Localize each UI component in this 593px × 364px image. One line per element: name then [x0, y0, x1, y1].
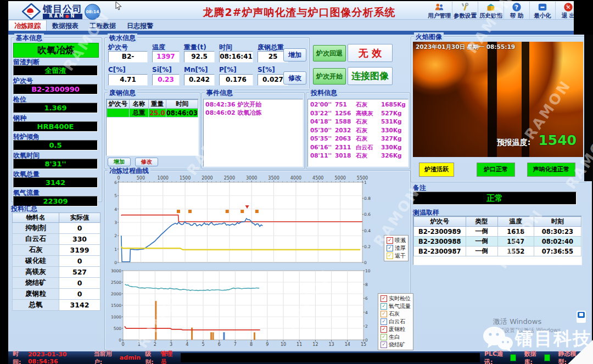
- legend-item: ✓返干: [387, 252, 406, 260]
- legend-checkbox[interactable]: ✓: [381, 326, 387, 333]
- legend-checkbox[interactable]: ✓: [381, 334, 387, 340]
- hot-metal-field: 重量(t)92.5: [184, 43, 215, 63]
- user-label: 当前用户:: [94, 350, 117, 364]
- feeding-title: 投料信息: [309, 88, 339, 98]
- field-value[interactable]: 0.242: [184, 74, 215, 86]
- legend-item: ✓喷溅: [387, 237, 406, 244]
- feeding-item: 03'22''1256高镁灰527Kg: [308, 109, 408, 118]
- tab-2[interactable]: 工程数据: [84, 20, 121, 31]
- svg-text:0: 0: [121, 342, 124, 347]
- toolbar-history-button[interactable]: 历史数据: [478, 2, 504, 19]
- field-value[interactable]: B2-2300989: [108, 51, 148, 63]
- basic-field: 转炉倾角0.5: [13, 132, 98, 150]
- table-row[interactable]: B2-2300988一倒154708:02:40: [414, 237, 581, 247]
- svg-text:1000: 1000: [111, 315, 121, 320]
- svg-text:0: 0: [364, 260, 367, 265]
- scrap-add-button[interactable]: 增加: [108, 158, 131, 166]
- legend-checkbox[interactable]: ✓: [387, 237, 393, 244]
- table-row[interactable]: 碳化硅0: [13, 256, 100, 267]
- table-row[interactable]: 烧结矿0: [13, 278, 100, 289]
- plc-status-indicator: [510, 354, 517, 361]
- svg-text:7: 7: [234, 342, 237, 347]
- basic-field: 吹氧时间8'31'': [13, 151, 98, 169]
- field-value[interactable]: 0.23: [152, 74, 180, 86]
- level-label: 级别:: [145, 350, 158, 364]
- heat-start-button[interactable]: 炉次开始: [313, 68, 346, 85]
- slag-active-status-button[interactable]: 炉渣活跃: [419, 163, 454, 177]
- field-value[interactable]: 4.71: [108, 74, 148, 86]
- tab-1[interactable]: 数据报表: [47, 20, 84, 31]
- table-row[interactable]: 石灰3199: [13, 245, 100, 256]
- svg-text:3500: 3500: [268, 176, 279, 181]
- table-row[interactable]: 总氧3142: [13, 300, 100, 311]
- svg-text:15: 15: [361, 342, 366, 347]
- blowing-state-banner: 吹氧冶炼: [13, 43, 99, 58]
- mouth-normal-status-button[interactable]: 炉口正常: [477, 163, 515, 177]
- table-row[interactable]: 抑制剂0: [13, 223, 100, 234]
- field-value[interactable]: 08:16:41: [219, 51, 253, 63]
- table-row[interactable]: B2-2300987一倒155207:36:55: [414, 247, 581, 256]
- feed-col-header: 实际值: [59, 213, 100, 223]
- hot-metal-modify-button[interactable]: 修改: [283, 71, 306, 85]
- level-value: 管理员: [160, 350, 176, 364]
- feed-value-cell: 3199: [59, 245, 100, 256]
- feed-value-cell: 330: [59, 234, 100, 245]
- teamviewer-icon[interactable]: [577, 311, 586, 323]
- feed-value-cell: 0: [59, 256, 100, 267]
- legend-checkbox[interactable]: ✓: [387, 245, 393, 251]
- table-row[interactable]: B2-2300989一倒161808:30:23: [414, 227, 581, 237]
- field-value: 0.5: [13, 140, 98, 150]
- tab-3[interactable]: 日志报警: [121, 20, 159, 31]
- hot-metal-title: 铁水信息: [108, 33, 137, 43]
- legend-item: ✓废钢粒: [381, 326, 411, 333]
- feed-name-cell: 石灰: [13, 245, 59, 256]
- hot-metal-row1: 炉次号B2-2300989温度1397重量(t)92.5时间08:16:41废钢…: [108, 43, 288, 63]
- sonar-normal-status-button[interactable]: 声呐化渣正常: [527, 163, 575, 177]
- table-row[interactable]: 废钢粒0: [13, 289, 100, 300]
- svg-text:0: 0: [119, 338, 121, 343]
- svg-text:14: 14: [345, 342, 350, 347]
- tab-0[interactable]: 冶炼跟踪: [8, 20, 47, 31]
- svg-text:0.4: 0.4: [364, 228, 371, 233]
- edge-patch-top-right: [574, 0, 593, 35]
- field-label: 钢种: [13, 114, 98, 121]
- table-row[interactable]: 高镁灰527: [13, 267, 100, 278]
- svg-text:0: 0: [114, 260, 117, 265]
- connect-image-button[interactable]: 连接图像: [348, 67, 393, 85]
- table-row[interactable]: 白云石330: [13, 234, 100, 245]
- field-value[interactable]: 92.5: [184, 51, 215, 63]
- remark-value: 正常: [413, 192, 577, 205]
- flame-image: 2023年01月30日 星期一 08:55:19 预报温度: 1540: [413, 42, 583, 157]
- toolbar-wrench-button[interactable]: 参数设置: [452, 2, 478, 19]
- svg-text:1: 1: [138, 342, 141, 347]
- legend-checkbox[interactable]: ✓: [381, 303, 387, 310]
- field-value[interactable]: 1397: [152, 51, 180, 63]
- field-label: P[%]: [219, 66, 253, 74]
- sampling-cell: 一倒: [466, 227, 497, 237]
- separator-strip: [8, 31, 592, 35]
- legend-checkbox[interactable]: ✓: [381, 295, 387, 302]
- svg-text:0: 0: [365, 338, 368, 343]
- hot-metal-add-button[interactable]: 增加: [283, 48, 306, 61]
- legend-label: 喷溅: [395, 237, 406, 244]
- scrap-modify-button[interactable]: 修改: [135, 158, 158, 166]
- time-value: 2023-01-30 08:54:36: [28, 351, 89, 364]
- heat-rollback-button[interactable]: 炉次回退: [313, 45, 346, 61]
- feed-value-cell: 527: [59, 267, 100, 278]
- field-value[interactable]: 0.176: [219, 74, 253, 86]
- chart-top-legend: ✓喷溅✓渣厚✓返干: [384, 235, 409, 261]
- field-label: Mn[%]: [184, 66, 215, 74]
- svg-text:4500: 4500: [312, 176, 323, 181]
- legend-checkbox[interactable]: ✓: [381, 341, 387, 348]
- toolbar-minimize-button[interactable]: 最小化: [530, 2, 556, 19]
- heat-invalid-button[interactable]: 无 效: [348, 44, 393, 62]
- legend-checkbox[interactable]: ✓: [381, 311, 387, 317]
- legend-checkbox[interactable]: ✓: [381, 318, 387, 325]
- svg-text:0.6: 0.6: [364, 212, 371, 217]
- table-row[interactable]: 总重25.008:46:03: [107, 109, 198, 117]
- toolbar-users-button[interactable]: 用户管理: [427, 2, 452, 19]
- toolbar-help-button[interactable]: ?帮 助: [504, 2, 530, 19]
- logo-text: 镭目公司: [43, 4, 82, 13]
- legend-checkbox[interactable]: ✓: [387, 253, 393, 259]
- svg-text:9: 9: [266, 342, 268, 347]
